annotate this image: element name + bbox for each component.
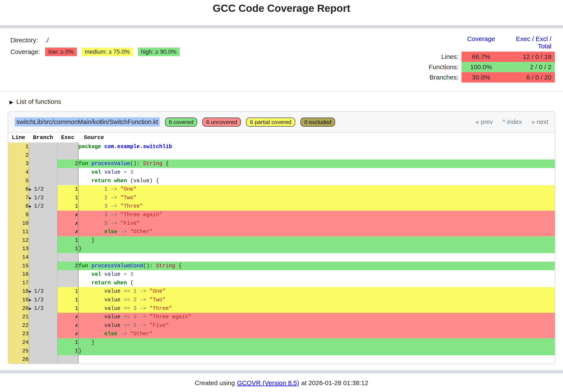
branch-expander[interactable]: ▶1/2 bbox=[29, 287, 57, 296]
branch-cell bbox=[29, 236, 57, 245]
footer-suffix: at 2026-01-28 01:38:12 bbox=[301, 379, 368, 386]
source-row: 18▶1/21 value == 1 -> "One" bbox=[8, 287, 555, 296]
line-number[interactable]: 6 bbox=[8, 185, 29, 194]
source-row: 152fun processValueCond(): String { bbox=[8, 262, 555, 270]
footer: Created usingGCOVR (Version 8.5)at 2026-… bbox=[0, 379, 563, 392]
line-number[interactable]: 26 bbox=[8, 355, 29, 364]
line-number[interactable]: 15 bbox=[8, 262, 29, 270]
branch-expander[interactable]: ▶1/2 bbox=[29, 304, 57, 313]
source-code bbox=[78, 355, 555, 364]
line-number[interactable]: 19 bbox=[8, 296, 29, 304]
line-number[interactable]: 7 bbox=[8, 194, 29, 202]
nav-prev-link[interactable]: « prev bbox=[475, 118, 493, 125]
branch-cell bbox=[29, 313, 57, 321]
source-code: } bbox=[78, 245, 555, 253]
branch-expander[interactable]: ▶1/2 bbox=[29, 185, 57, 194]
source-row: 19▶1/21 value == 2 -> "Two" bbox=[8, 296, 555, 304]
exec-count bbox=[57, 168, 78, 177]
exec-count bbox=[57, 143, 78, 151]
bottom-divider-band bbox=[0, 370, 563, 373]
line-number[interactable]: 2 bbox=[8, 151, 29, 160]
source-row: 17 return when { bbox=[8, 279, 555, 287]
line-number[interactable]: 25 bbox=[8, 347, 29, 355]
source-code: value == 3 -> "Three again" bbox=[78, 313, 555, 321]
top-divider-band bbox=[0, 25, 563, 28]
functions-toggle[interactable]: ▶List of functions bbox=[10, 98, 563, 105]
functions-toggle-label: List of functions bbox=[16, 98, 61, 105]
triangle-right-icon: ▶ bbox=[29, 298, 31, 303]
line-number[interactable]: 5 bbox=[8, 176, 29, 185]
file-coverage-card: switchLib/src/commonMain/kotlin/SwitchFu… bbox=[8, 111, 555, 364]
section-separator bbox=[0, 91, 563, 92]
exec-count: 1 bbox=[57, 347, 78, 355]
exec-count: ✗ bbox=[57, 228, 78, 236]
nav-next-link[interactable]: » next bbox=[531, 118, 548, 125]
exec-count: ✗ bbox=[57, 219, 78, 228]
source-code bbox=[78, 253, 555, 262]
gcovr-version-link[interactable]: GCOVR (Version 8.5) bbox=[237, 379, 299, 386]
source-code: } bbox=[78, 236, 555, 245]
totals-corner bbox=[429, 35, 461, 52]
totals-header-coverage: Coverage bbox=[461, 35, 501, 52]
branch-cell bbox=[29, 355, 57, 364]
branch-expander[interactable]: ▶1/2 bbox=[29, 202, 57, 211]
source-row: 2 bbox=[8, 151, 555, 160]
exec-count bbox=[57, 355, 78, 364]
exec-count: 1 bbox=[57, 202, 78, 211]
line-number[interactable]: 12 bbox=[8, 236, 29, 245]
triangle-right-icon: ▶ bbox=[29, 187, 31, 192]
summary-section: Directory: ./ Coverage: low: ≥ 0%medium:… bbox=[10, 35, 555, 83]
source-row: 22✗ value == 5 -> "Five" bbox=[8, 321, 555, 330]
line-number[interactable]: 21 bbox=[8, 313, 29, 321]
exec-count: ✗ bbox=[57, 211, 78, 219]
line-number[interactable]: 3 bbox=[8, 159, 29, 168]
directory-link[interactable]: ./ bbox=[45, 37, 49, 44]
totals-row-label: Lines: bbox=[429, 52, 461, 62]
source-row: 251} bbox=[8, 347, 555, 355]
line-number[interactable]: 17 bbox=[8, 279, 29, 287]
file-nav: « prev^ index» next bbox=[466, 118, 548, 125]
line-number[interactable]: 18 bbox=[8, 287, 29, 296]
source-code: 1 -> "One" bbox=[78, 185, 555, 194]
source-code: val value = 3 bbox=[78, 270, 555, 279]
line-number[interactable]: 11 bbox=[8, 228, 29, 236]
branch-expander[interactable]: ▶1/2 bbox=[29, 194, 57, 202]
totals-coverage-value: 100.0% bbox=[461, 62, 501, 72]
footer-prefix: Created using bbox=[195, 379, 235, 386]
line-number[interactable]: 22 bbox=[8, 321, 29, 330]
line-number[interactable]: 23 bbox=[8, 330, 29, 338]
nav-index-link[interactable]: ^ index bbox=[502, 118, 522, 125]
file-card-header: switchLib/src/commonMain/kotlin/SwitchFu… bbox=[8, 112, 555, 133]
branch-cell bbox=[29, 245, 57, 253]
line-number[interactable]: 8 bbox=[8, 202, 29, 211]
source-row: 10✗ 5 -> "Five" bbox=[8, 219, 555, 228]
source-row: 131} bbox=[8, 245, 555, 253]
exec-count: 1 bbox=[57, 304, 78, 313]
line-number[interactable]: 10 bbox=[8, 219, 29, 228]
column-header-line: Line bbox=[8, 133, 29, 143]
source-code: 3 -> "Three again" bbox=[78, 211, 555, 219]
source-row: 7▶1/21 2 -> "Two" bbox=[8, 194, 555, 202]
line-number[interactable]: 4 bbox=[8, 168, 29, 177]
branch-expander[interactable]: ▶1/2 bbox=[29, 296, 57, 304]
exec-count: 1 bbox=[57, 338, 78, 347]
exec-count: 1 bbox=[57, 185, 78, 194]
exec-count bbox=[57, 151, 78, 160]
line-number[interactable]: 24 bbox=[8, 338, 29, 347]
coverage-legend: low: ≥ 0%medium: ≥ 75.0%high: ≥ 90.0% bbox=[45, 48, 184, 56]
exec-count: 2 bbox=[57, 159, 78, 168]
line-number[interactable]: 20 bbox=[8, 304, 29, 313]
badge-excluded: 0 excluded bbox=[300, 118, 335, 127]
source-code: else -> "Other" bbox=[78, 228, 555, 236]
line-number[interactable]: 9 bbox=[8, 211, 29, 219]
line-number[interactable]: 14 bbox=[8, 253, 29, 262]
line-number[interactable]: 13 bbox=[8, 245, 29, 253]
source-row: 11✗ else -> "Other" bbox=[8, 228, 555, 236]
source-code: 2 -> "Two" bbox=[78, 194, 555, 202]
line-number[interactable]: 1 bbox=[8, 143, 29, 151]
source-code: package com.example.switchlib bbox=[78, 143, 555, 151]
line-number[interactable]: 16 bbox=[8, 270, 29, 279]
badge-uncovered: 6 uncovered bbox=[202, 118, 241, 127]
source-row: 32fun processValue(): String { bbox=[8, 159, 555, 168]
source-code: value == 5 -> "Five" bbox=[78, 321, 555, 330]
